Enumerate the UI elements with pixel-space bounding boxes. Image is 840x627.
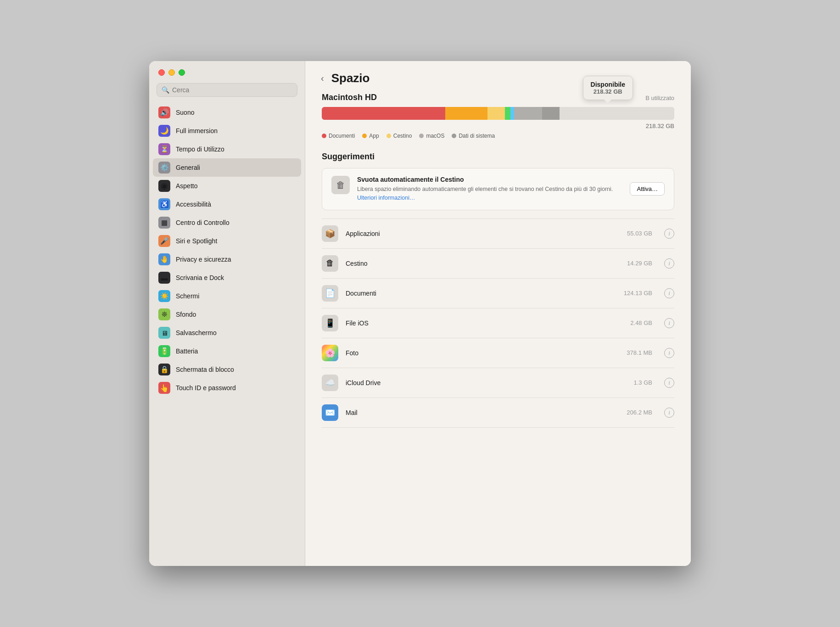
- mail-icon: ✉️: [322, 404, 338, 421]
- foto-label: Foto: [346, 349, 619, 357]
- close-button[interactable]: [158, 69, 165, 76]
- sfondo-icon: ❊: [158, 308, 170, 320]
- aspetto-icon: ◉: [158, 180, 170, 192]
- sidebar-item-privacy[interactable]: 🤚 Privacy e sicurezza: [153, 250, 301, 269]
- sidebar-item-label: Batteria: [176, 347, 198, 355]
- suggestion-activate-button[interactable]: Attiva…: [630, 182, 665, 196]
- sidebar-item-label: Sfondo: [176, 311, 196, 318]
- legend-item-cestino: Cestino: [386, 133, 412, 139]
- suono-icon: 🔊: [158, 106, 170, 118]
- cestino-info-button[interactable]: i: [664, 258, 674, 269]
- storage-item-applicazioni[interactable]: 📦 Applicazioni 55.03 GB i: [322, 218, 674, 249]
- applicazioni-icon: 📦: [322, 225, 338, 242]
- sidebar-item-suono[interactable]: 🔊 Suono: [153, 103, 301, 122]
- centro-controllo-icon: ▦: [158, 217, 170, 229]
- sidebar-item-label: Full immersion: [176, 127, 218, 134]
- storage-bar: [322, 107, 674, 120]
- sidebar-item-label: Privacy e sicurezza: [176, 256, 231, 263]
- legend-label-app: App: [369, 133, 379, 139]
- legend-dot-cestino: [386, 134, 391, 138]
- sidebar-item-schermi[interactable]: ☀️ Schermi: [153, 287, 301, 305]
- icloud-info-button[interactable]: i: [664, 378, 674, 388]
- legend-label-documenti: Documenti: [329, 133, 355, 139]
- sidebar-item-batteria[interactable]: 🔋 Batteria: [153, 342, 301, 360]
- accessibilita-icon: ♿: [158, 198, 170, 210]
- sidebar-item-label: Schermi: [176, 292, 199, 300]
- bar-system: [542, 107, 560, 120]
- privacy-icon: 🤚: [158, 253, 170, 265]
- documenti-label: Documenti: [346, 290, 616, 297]
- suggestion-link[interactable]: Ulteriori informazioni…: [357, 195, 415, 201]
- sidebar-item-label: Accessibilità: [176, 201, 211, 208]
- bar-macos: [514, 107, 542, 120]
- salvaschermo-icon: 🖥: [158, 327, 170, 339]
- search-input[interactable]: [172, 86, 292, 94]
- legend: Documenti App Cestino macOS Dati di sist…: [322, 133, 674, 139]
- legend-item-documenti: Documenti: [322, 133, 355, 139]
- legend-dot-sistema: [452, 134, 456, 138]
- available-tooltip: Disponibile 218.32 GB: [583, 76, 633, 100]
- sidebar-item-schermata-blocco[interactable]: 🔒 Schermata di blocco: [153, 360, 301, 379]
- foto-info-button[interactable]: i: [664, 348, 674, 358]
- sidebar-item-aspetto[interactable]: ◉ Aspetto: [153, 177, 301, 195]
- sidebar: 🔍 🔊 Suono 🌙 Full immersion ⏳ Tempo di Ut…: [149, 61, 305, 566]
- file-ios-icon: 📱: [322, 315, 338, 331]
- back-button[interactable]: ‹: [318, 72, 327, 84]
- storage-item-mail[interactable]: ✉️ Mail 206.2 MB i: [322, 398, 674, 428]
- documenti-info-button[interactable]: i: [664, 288, 674, 298]
- legend-label-macos: macOS: [426, 133, 444, 139]
- tempo-utilizzo-icon: ⏳: [158, 143, 170, 155]
- sidebar-item-accessibilita[interactable]: ♿ Accessibilità: [153, 195, 301, 213]
- sidebar-item-full-immersion[interactable]: 🌙 Full immersion: [153, 122, 301, 140]
- file-ios-info-button[interactable]: i: [664, 318, 674, 328]
- sidebar-item-scrivania-dock[interactable]: ▬ Scrivania e Dock: [153, 269, 301, 287]
- minimize-button[interactable]: [168, 69, 175, 76]
- storage-item-documenti[interactable]: 📄 Documenti 124.13 GB i: [322, 279, 674, 308]
- mail-info-button[interactable]: i: [664, 408, 674, 418]
- applicazioni-label: Applicazioni: [346, 230, 620, 237]
- bar-documents: [322, 107, 445, 120]
- search-bar[interactable]: 🔍: [157, 83, 297, 97]
- scrivania-icon: ▬: [158, 272, 170, 284]
- storage-item-cestino[interactable]: 🗑 Cestino 14.29 GB i: [322, 249, 674, 279]
- bar-trash: [487, 107, 505, 120]
- page-title: Spazio: [331, 71, 370, 85]
- sidebar-item-tempo-utilizzo[interactable]: ⏳ Tempo di Utilizzo: [153, 140, 301, 158]
- main-content: ‹ Spazio Macintosh HD 276.06 GB B utiliz…: [305, 61, 691, 566]
- generali-icon: ⚙️: [158, 162, 170, 174]
- sidebar-item-label: Aspetto: [176, 182, 197, 190]
- sidebar-item-sfondo[interactable]: ❊ Sfondo: [153, 305, 301, 324]
- cestino-size: 14.29 GB: [627, 260, 652, 267]
- suggestion-body: Svuota automaticamente il Cestino Libera…: [357, 176, 622, 202]
- storage-item-icloud[interactable]: ☁️ iCloud Drive 1.3 GB i: [322, 368, 674, 398]
- siri-icon: 🎤: [158, 235, 170, 247]
- maximize-button[interactable]: [179, 69, 185, 76]
- suggestions-title: Suggerimenti: [322, 152, 674, 162]
- applicazioni-info-button[interactable]: i: [664, 229, 674, 239]
- schermi-icon: ☀️: [158, 290, 170, 302]
- sidebar-item-touch-id[interactable]: 👆 Touch ID e password: [153, 379, 301, 397]
- legend-label-cestino: Cestino: [393, 133, 412, 139]
- full-immersion-icon: 🌙: [158, 125, 170, 137]
- legend-dot-macos: [419, 134, 424, 138]
- sidebar-item-label: Suono: [176, 109, 194, 116]
- sidebar-item-siri-spotlight[interactable]: 🎤 Siri e Spotlight: [153, 232, 301, 250]
- sidebar-item-generali[interactable]: ⚙️ Generali: [153, 158, 301, 177]
- search-icon: 🔍: [162, 86, 169, 94]
- sidebar-item-label: Tempo di Utilizzo: [176, 146, 224, 153]
- documenti-size: 124.13 GB: [624, 290, 652, 297]
- file-ios-size: 2.48 GB: [630, 319, 652, 326]
- storage-bar-container: Disponibile 218.32 GB 218.32 GB: [322, 107, 674, 120]
- file-ios-label: File iOS: [346, 319, 623, 327]
- legend-dot-app: [362, 134, 367, 138]
- sidebar-item-label: Scrivania e Dock: [176, 274, 224, 281]
- bar-apps: [445, 107, 487, 120]
- sidebar-item-salvaschermo[interactable]: 🖥 Salvaschermo: [153, 324, 301, 342]
- suggestion-desc: Libera spazio eliminando automaticamente…: [357, 185, 622, 202]
- storage-item-file-ios[interactable]: 📱 File iOS 2.48 GB i: [322, 308, 674, 338]
- storage-item-foto[interactable]: 🌸 Foto 378.1 MB i: [322, 338, 674, 368]
- bar-teal: [510, 107, 514, 120]
- documenti-icon: 📄: [322, 285, 338, 302]
- sidebar-item-centro-controllo[interactable]: ▦ Centro di Controllo: [153, 213, 301, 232]
- bar-green: [505, 107, 510, 120]
